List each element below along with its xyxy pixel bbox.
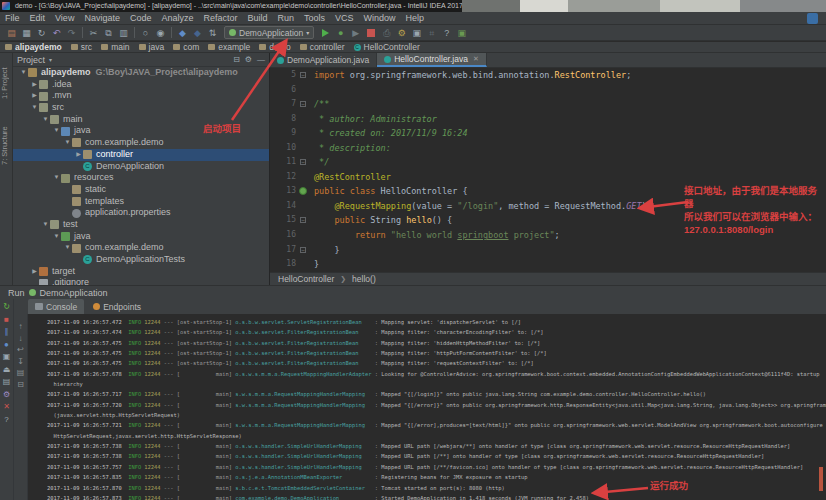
menu-item-refactor[interactable]: Refactor xyxy=(198,12,242,25)
console-output[interactable]: 2017-11-09 16:26:57.472 INFO 12244 --- [… xyxy=(28,314,826,500)
soft-wrap-icon[interactable]: ↩ xyxy=(17,346,24,354)
tree-item-com-example-demo[interactable]: ▼com.example.demo xyxy=(13,137,269,149)
dump-icon[interactable]: ▣ xyxy=(3,353,11,361)
tree-item--mvn[interactable]: ▶.mvn xyxy=(13,90,269,102)
menu-item-edit[interactable]: Edit xyxy=(25,12,51,25)
tree-item-demoapplicationtests[interactable]: CDemoApplicationTests xyxy=(13,254,269,266)
project-view-selector[interactable]: Project xyxy=(17,55,45,65)
tree-item-alipaydemo[interactable]: ▼alipaydemoG:\Boy\JAVA_Project\alipaydem… xyxy=(13,67,269,79)
menu-item-window[interactable]: Window xyxy=(359,12,401,25)
dim-icon[interactable]: ⌗ xyxy=(424,26,439,40)
settings-icon[interactable]: ⚙ xyxy=(245,55,252,64)
help-icon[interactable]: ? xyxy=(439,26,454,40)
breadcrumb-item-src[interactable]: src xyxy=(71,42,92,52)
settings-icon[interactable]: ⚙ xyxy=(3,391,10,399)
settings-icon[interactable]: ⚙ xyxy=(394,26,409,40)
redo-icon[interactable]: ↷ xyxy=(64,26,79,40)
compare-icon[interactable]: ⇅ xyxy=(205,26,220,40)
exit-icon[interactable]: ⏏ xyxy=(3,366,11,374)
run-tab-endpoints[interactable]: Endpoints xyxy=(86,299,148,314)
scroll-end-icon[interactable]: ↧ xyxy=(17,358,24,366)
menu-item-navigate[interactable]: Navigate xyxy=(79,12,125,25)
tree-expanded-arrow[interactable]: ▼ xyxy=(30,102,39,114)
sidebar-item-structure[interactable]: 7: Structure xyxy=(0,115,13,177)
project-structure-icon[interactable]: ▣ xyxy=(409,26,424,40)
save-icon[interactable]: ▦ xyxy=(19,26,34,40)
tree-expanded-arrow[interactable]: ▼ xyxy=(19,67,28,79)
undo-icon[interactable]: ↶ xyxy=(49,26,64,40)
tree-item-target[interactable]: ▶target xyxy=(13,266,269,278)
breadcrumb-item-alipaydemo[interactable]: alipaydemo xyxy=(5,42,62,52)
tree-item-src[interactable]: ▼src xyxy=(13,102,269,114)
tree-expanded-arrow[interactable]: ▼ xyxy=(63,242,72,254)
clear-icon[interactable]: ⊟ xyxy=(17,381,24,389)
collapse-all-icon[interactable]: ⊟ xyxy=(233,55,240,64)
find-icon[interactable]: ○ xyxy=(138,26,153,40)
help-icon[interactable]: ? xyxy=(4,416,8,424)
tree-expanded-arrow[interactable]: ▼ xyxy=(52,231,61,243)
menu-item-file[interactable]: File xyxy=(0,12,25,25)
tree-item-demoapplication[interactable]: CDemoApplication xyxy=(13,161,269,173)
tree-expanded-arrow[interactable]: ▼ xyxy=(41,114,50,126)
tree-item--gitignore[interactable]: .gitignore xyxy=(13,277,269,285)
tree-item-static[interactable]: static xyxy=(13,184,269,196)
cut-icon[interactable]: ✂ xyxy=(86,26,101,40)
tree-item-com-example-demo[interactable]: ▼com.example.demo xyxy=(13,242,269,254)
tree-expanded-arrow[interactable]: ▼ xyxy=(63,137,72,149)
up-stack-icon[interactable]: ↑ xyxy=(19,323,23,331)
run-tab-console[interactable]: Console xyxy=(28,299,84,314)
tree-item-test[interactable]: ▼test xyxy=(13,219,269,231)
run-configuration-select[interactable]: DemoApplication▾ xyxy=(224,26,314,39)
tree-expanded-arrow[interactable]: ▼ xyxy=(52,125,61,137)
menu-item-code[interactable]: Code xyxy=(125,12,157,25)
breadcrumb-item-hellocontroller[interactable]: CHelloController xyxy=(354,42,420,52)
tree-item-resources[interactable]: ▼resources xyxy=(13,172,269,184)
fold-icon[interactable]: – xyxy=(300,247,306,253)
editor-tab-demoapplication-java[interactable]: DemoApplication.java xyxy=(270,53,377,67)
menu-item-view[interactable]: View xyxy=(50,12,79,25)
menu-item-analyze[interactable]: Analyze xyxy=(156,12,198,25)
breadcrumb-item-controller[interactable]: controller xyxy=(300,42,345,52)
menu-item-help[interactable]: Help xyxy=(401,12,430,25)
fold-icon[interactable]: – xyxy=(300,159,306,165)
tree-item-templates[interactable]: templates xyxy=(13,196,269,208)
editor-breadcrumb-item[interactable]: hello() xyxy=(352,274,376,284)
sdk-icon[interactable]: ▣ xyxy=(454,26,469,40)
close-icon[interactable]: ✕ xyxy=(3,403,10,411)
menu-item-vcs[interactable]: VCS xyxy=(330,12,359,25)
profiler-icon[interactable]: ⎙ xyxy=(379,26,394,40)
back-icon[interactable]: ◆ xyxy=(175,26,190,40)
open-icon[interactable]: ▤ xyxy=(4,26,19,40)
down-stack-icon[interactable]: ↓ xyxy=(19,335,23,343)
copy-icon[interactable]: ⧉ xyxy=(101,26,116,40)
breadcrumb-item-demo[interactable]: demo xyxy=(259,42,290,52)
sync-icon[interactable]: ↻ xyxy=(34,26,49,40)
tree-item-application-properties[interactable]: application.properties xyxy=(13,207,269,219)
monitor-icon[interactable]: ▤ xyxy=(3,378,11,386)
tree-item-controller[interactable]: ▶controller xyxy=(13,149,269,161)
menu-item-run[interactable]: Run xyxy=(273,12,300,25)
breadcrumb-item-java[interactable]: java xyxy=(139,42,165,52)
tree-collapsed-arrow[interactable]: ▶ xyxy=(30,79,39,91)
code-editor[interactable]: 5–import org.springframework.web.bind.an… xyxy=(270,68,826,272)
replace-icon[interactable]: ◉ xyxy=(153,26,168,40)
debug-button[interactable]: ● xyxy=(333,26,348,40)
rerun-icon[interactable]: ↻ xyxy=(3,303,10,311)
menu-item-tools[interactable]: Tools xyxy=(299,12,330,25)
coverage-button[interactable]: ▶ xyxy=(348,26,363,40)
run-button[interactable] xyxy=(322,29,329,37)
fold-icon[interactable]: – xyxy=(300,72,306,78)
pause-icon[interactable]: ∥ xyxy=(5,328,9,336)
tree-item--idea[interactable]: ▶.idea xyxy=(13,79,269,91)
forward-icon[interactable]: ◆ xyxy=(190,26,205,40)
editor-breadcrumb-item[interactable]: HelloController xyxy=(278,274,334,284)
tree-collapsed-arrow[interactable]: ▶ xyxy=(30,90,39,102)
tree-item-java[interactable]: ▼java xyxy=(13,231,269,243)
stop-button[interactable] xyxy=(367,29,375,37)
tree-expanded-arrow[interactable]: ▼ xyxy=(52,172,61,184)
chevron-down-icon[interactable]: ▾ xyxy=(49,56,52,63)
spring-bean-icon[interactable] xyxy=(299,187,307,195)
fold-icon[interactable]: – xyxy=(300,217,306,223)
close-icon[interactable]: ✕ xyxy=(473,55,479,63)
resume-icon[interactable]: ● xyxy=(4,341,9,349)
